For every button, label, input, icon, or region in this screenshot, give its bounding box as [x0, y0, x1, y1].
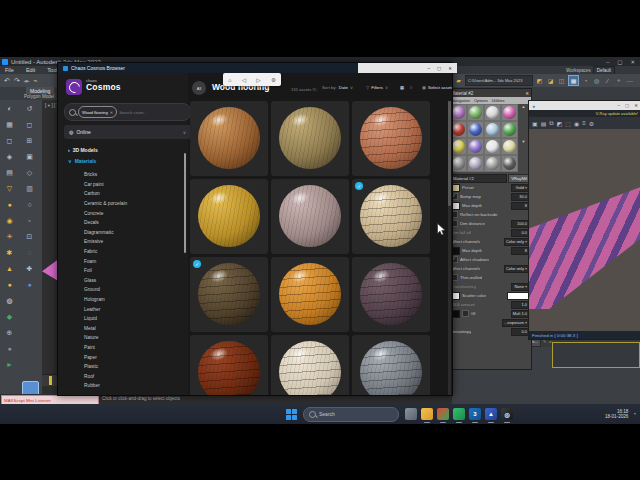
category-item[interactable]: Liquid	[84, 314, 184, 324]
vfb-tool-icon[interactable]: ◉	[574, 120, 579, 127]
vfb-tool-icon[interactable]: ⬚	[565, 120, 571, 127]
parameter-value[interactable]: 30.0	[511, 193, 529, 201]
category-item[interactable]: Roof	[84, 371, 184, 381]
grid-scrollbar-thumb[interactable]	[448, 101, 451, 206]
nav-icon[interactable]: ▷	[256, 77, 260, 83]
tool-icon[interactable]: ●	[22, 278, 37, 291]
material-sample-slot[interactable]	[501, 155, 518, 172]
tool-icon[interactable]: ◻	[22, 118, 37, 131]
category-item[interactable]: Diagrammatic	[84, 228, 184, 238]
curve-editor-icon[interactable]: ◔	[581, 76, 590, 85]
vfb-tool-icon[interactable]: ▤	[541, 120, 547, 127]
maximize-icon[interactable]: ▢	[617, 59, 622, 65]
menu-item[interactable]: File	[5, 67, 14, 73]
start-button[interactable]	[286, 409, 297, 420]
more-icon[interactable]: ⋯	[625, 76, 634, 85]
minimize-icon[interactable]: –	[606, 59, 609, 65]
taskbar-app-icon[interactable]: 3	[469, 408, 481, 420]
menu-item[interactable]: Options	[474, 98, 488, 103]
parameter-value[interactable]	[507, 292, 529, 300]
mirror-icon[interactable]: ∕	[603, 76, 612, 85]
category-item[interactable]: Carbon	[84, 189, 184, 199]
tool-icon[interactable]: ◐	[2, 102, 17, 115]
maximize-icon[interactable]: ▢	[625, 103, 629, 108]
tool-icon[interactable]: ◈	[2, 150, 17, 163]
asset-tile[interactable]	[190, 179, 268, 254]
parameter-value[interactable]: ...exposure	[502, 319, 529, 327]
render-frame-icon[interactable]: ◪	[546, 76, 555, 85]
category-item[interactable]: Leather	[84, 304, 184, 314]
category-item[interactable]: Rubber	[84, 381, 184, 391]
category-item[interactable]: Hologram	[84, 295, 184, 305]
category-item[interactable]: Bricks	[84, 170, 184, 180]
tool-icon[interactable]: ●	[2, 198, 17, 211]
category-item[interactable]: Emissive	[84, 237, 184, 247]
tool-icon[interactable]: ◉	[2, 214, 17, 227]
align-icon[interactable]: ＋	[614, 76, 623, 85]
list-view-button[interactable]: ≡	[410, 85, 413, 90]
sidebar-item-3d-models[interactable]: › 3D Models	[68, 147, 98, 153]
material-sample-slot[interactable]	[484, 155, 501, 172]
category-item[interactable]: Paint	[84, 343, 184, 353]
parameter-value[interactable]: 8	[511, 202, 529, 210]
category-item[interactable]: Paper	[84, 352, 184, 362]
tool-icon[interactable]: ▣	[22, 150, 37, 163]
tool-icon[interactable]: ►	[2, 358, 17, 371]
tool-icon[interactable]: ●	[2, 278, 17, 291]
layer-explorer-icon[interactable]: ◎	[592, 76, 601, 85]
material-sample-slot[interactable]	[467, 155, 484, 172]
tool-icon[interactable]: ▤	[2, 166, 17, 179]
asset-tile[interactable]	[352, 101, 430, 176]
toolbar-icon[interactable]: ⌯	[24, 77, 30, 85]
material-sample-slot[interactable]	[467, 121, 484, 138]
nav-icon[interactable]: ◁	[242, 77, 246, 83]
tool-icon[interactable]: ◇	[22, 166, 37, 179]
category-item[interactable]: Foil	[84, 266, 184, 276]
asset-tile[interactable]	[190, 101, 268, 176]
tool-icon[interactable]: ☀	[2, 230, 17, 243]
category-item[interactable]: Glass	[84, 276, 184, 286]
render-icon[interactable]: ◫	[557, 76, 566, 85]
time-slider-thumb[interactable]	[49, 376, 52, 385]
vray-update-banner[interactable]: V-Ray update available!	[529, 110, 640, 117]
material-sample-slot[interactable]	[501, 138, 518, 155]
online-dropdown[interactable]: ◍ Online ∨	[64, 125, 191, 139]
project-path-dropdown[interactable]: C:\Users\Adm... 3ds Max 2023	[465, 75, 533, 86]
parameter-value[interactable]: 1.0	[511, 301, 529, 309]
category-item[interactable]: Fabric	[84, 247, 184, 257]
render-setup-icon[interactable]: ◩	[535, 76, 544, 85]
tool-icon[interactable]: ↺	[22, 102, 37, 115]
nav-icon[interactable]: ⌂	[228, 77, 231, 83]
parameter-value[interactable]: 0.0	[511, 229, 529, 237]
material-sample-slot[interactable]	[484, 138, 501, 155]
category-item[interactable]: Ceramic & porcelain	[84, 199, 184, 209]
taskbar-app-icon[interactable]: ◎	[501, 408, 513, 420]
asset-tile[interactable]	[352, 257, 430, 332]
filters-dropdown[interactable]: ▽ Filters ∨	[366, 85, 388, 90]
taskbar-app-icon[interactable]	[453, 408, 465, 420]
material-editor-titlebar[interactable]: Material #2 ✕	[449, 89, 531, 97]
taskbar-app-icon[interactable]	[437, 408, 449, 420]
vfb-tool-icon[interactable]: ◩	[557, 120, 563, 127]
vfb-tool-icon[interactable]: ⧉	[549, 120, 553, 127]
asset-tile[interactable]	[352, 179, 430, 254]
search-input[interactable]: Wood flooring ✕ Search cosm...	[64, 103, 191, 121]
select-assets-button[interactable]: ▣ Select assets	[422, 85, 452, 90]
parameter-value[interactable]: Mult 1.0	[511, 310, 529, 318]
tool-icon[interactable]: ▦	[2, 118, 17, 131]
ribbon-subtitle[interactable]: Polygon Model	[24, 94, 54, 99]
category-item[interactable]: Foam	[84, 256, 184, 266]
taskbar-search[interactable]: Search	[303, 407, 399, 422]
tool-icon[interactable]: ◌	[22, 246, 37, 259]
category-item[interactable]: Nature	[84, 333, 184, 343]
parameter-value[interactable]: None	[511, 283, 529, 291]
asset-tile[interactable]	[271, 101, 349, 176]
taskbar-app-icon[interactable]	[405, 408, 417, 420]
tool-icon[interactable]: ●	[2, 342, 17, 355]
vfb-titlebar[interactable]: ● – ▢ ✕	[529, 101, 640, 110]
grid-scrollbar-track[interactable]	[448, 101, 451, 395]
mini-timeline[interactable]	[42, 374, 58, 386]
taskbar-app-icon[interactable]	[421, 408, 433, 420]
all-filter-button[interactable]: All	[192, 81, 206, 95]
category-item[interactable]: Plastic	[84, 362, 184, 372]
